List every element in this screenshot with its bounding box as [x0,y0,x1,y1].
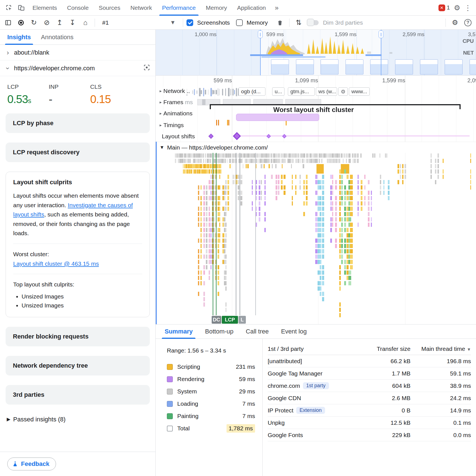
settings-gear-icon[interactable]: ⚙ [454,4,460,11]
kebab-menu-icon[interactable]: ⋮ [464,4,472,11]
tab-summary[interactable]: Summary [158,324,199,339]
track-timings[interactable]: ▸ Timings [157,122,186,129]
table-row[interactable]: [unattributed] 66.2 kB 196.8 ms [268,355,471,367]
toggle-sidebar-icon[interactable] [2,17,14,29]
track-network[interactable]: ▸ Network .. [157,87,192,95]
expander-icon[interactable]: ▸ [160,100,162,105]
dim-3rd-parties-toggle[interactable] [307,20,319,25]
tab-console[interactable]: Console [62,0,94,16]
metric-inp[interactable]: INP - [49,83,90,106]
inspect-icon[interactable] [3,2,15,14]
collapse-flame-icon[interactable]: ⇅ [293,17,305,29]
tab-event-log[interactable]: Event log [275,324,313,339]
insight-card-network-tree[interactable]: Network dependency tree [6,356,150,375]
screenshot-thumbnail[interactable] [420,59,438,74]
insight-card-layout-shift-culprits[interactable]: Layout shift culprits Layout shifts occu… [6,172,150,317]
minimap-right-handle[interactable]: ∥ [381,30,381,75]
metric-cls[interactable]: CLS 0.15 [90,83,132,106]
flask-icon [12,461,18,467]
worst-cluster-link[interactable]: Layout shift cluster @ 463.15 ms [13,260,99,267]
culprit-item: Unsized Images [22,301,142,310]
main-thread-header[interactable]: ▼ Main — https://developer.chrome.com/ [156,142,476,153]
passed-insights-expander[interactable]: ▶ Passed insights (8) [0,414,155,425]
load-profile-icon[interactable]: ↥ [54,17,66,29]
screenshot-thumbnail[interactable] [346,59,363,74]
lcp-marker[interactable]: LCP [222,316,238,324]
screenshot-thumbnail[interactable] [470,59,476,74]
navigation-item-blank[interactable]: › about://blank [0,45,155,60]
feedback-button[interactable]: Feedback [7,458,56,470]
col-main-thread-time[interactable]: Main thread time▼ [410,346,471,352]
col-party[interactable]: 1st / 3rd party [268,346,363,352]
network-request-chip[interactable]: gtm.js... [288,87,315,96]
insight-card-lcp-by-phase[interactable]: LCP by phase [6,113,150,133]
error-badge[interactable]: ✕ 1 [438,4,450,11]
tab-annotations[interactable]: Annotations [36,30,78,45]
clear-icon[interactable]: ⊘ [41,17,53,29]
table-row[interactable]: chrome.com1st party 604 kB 38.9 ms [268,380,471,392]
screenshot-thumbnail[interactable] [370,59,388,74]
tab-call-tree[interactable]: Call tree [240,324,275,339]
home-icon[interactable]: ⌂ [80,17,91,29]
triangle-down-icon[interactable]: ▼ [160,145,164,150]
col-transfer-size[interactable]: Transfer size [363,346,410,352]
reload-record-icon[interactable]: ↻ [28,17,40,29]
record-button[interactable] [15,17,27,29]
chevron-right-icon: › [5,49,11,57]
track-frames[interactable]: ▸ Frames ms [157,99,195,106]
screenshot-thumbnail[interactable] [271,59,289,74]
recording-select[interactable]: #1 ▼ [98,19,179,26]
screenshot-thumbnail[interactable] [445,59,463,74]
capture-settings-gear-icon[interactable]: ⚙ [449,17,461,29]
main-thread-label: Main — https://developer.chrome.com/ [167,144,268,151]
insight-card-lcp-request-discovery[interactable]: LCP request discovery [6,143,150,162]
more-tabs-icon[interactable]: » [271,4,282,12]
screenshots-checkbox[interactable] [186,19,193,26]
tab-insights[interactable]: Insights [2,30,36,45]
screenshot-thumbnail[interactable] [296,59,314,74]
insight-card-render-blocking[interactable]: Render blocking requests [6,327,150,346]
table-row[interactable]: Google Tag Manager 1.7 MB 59.1 ms [268,367,471,380]
load-marker[interactable]: L [239,316,246,324]
expander-icon[interactable]: ▸ [160,123,162,128]
navigation-item-site[interactable]: › https://developer.chrome.com [0,60,155,76]
recording-label: #1 [102,19,109,26]
timeline-minimap[interactable]: 1,000 ms 599 ms 1,599 ms 2,599 ms 3,5 CP… [156,30,476,76]
garbage-collect-icon[interactable] [274,17,286,29]
table-row[interactable]: IP ProtectExtension 0 B 14.9 ms [268,404,471,417]
expander-icon[interactable]: ▸ [160,111,162,116]
screenshot-thumbnail[interactable] [395,59,413,74]
minimap-left-handle[interactable]: ∥ [260,30,261,75]
expander-icon[interactable]: ▸ [160,88,162,94]
table-row[interactable]: Google CDN 2.6 MB 24.2 ms [268,392,471,404]
total-value: 1,782 ms [227,424,255,433]
insight-card-3rd-parties[interactable]: 3rd parties [6,385,150,405]
device-toolbar-icon[interactable] [15,2,27,14]
track-layout-shifts[interactable]: Layout shifts [160,133,197,140]
table-row[interactable]: Unpkg 12.5 kB 0.1 ms [268,417,471,429]
save-profile-icon[interactable]: ↧ [67,17,78,29]
network-request-chip[interactable]: www... [349,87,370,96]
gear-chip-icon[interactable]: ⚙ [338,87,348,96]
help-icon[interactable]: ? [462,17,474,29]
table-row[interactable]: Google Fonts 229 kB 0.0 ms [268,429,471,441]
network-request-chip[interactable]: u... [272,87,284,96]
network-request-chip[interactable]: ogb (d... [239,87,265,96]
tab-bottom-up[interactable]: Bottom-up [199,324,240,339]
tab-application[interactable]: Application [232,0,271,16]
screenshot-thumbnail[interactable] [321,59,339,74]
metric-lcp[interactable]: LCP 0.53s [7,83,49,106]
tab-elements[interactable]: Elements [27,0,62,16]
tab-sources[interactable]: Sources [94,0,125,16]
tab-performance[interactable]: Performance [157,0,201,16]
memory-checkbox[interactable] [236,19,243,26]
network-request-chip[interactable]: ws (w... [316,87,337,96]
flame-chart-canvas[interactable] [156,153,476,324]
track-animations[interactable]: ▸ Animations [157,110,195,117]
legend-row-total: Total 1,782 ms [167,422,255,435]
minimap-time-label: 1,599 ms [335,31,356,38]
dcl-marker[interactable]: DC [212,316,221,324]
tab-network[interactable]: Network [125,0,157,16]
field-focus-icon[interactable] [143,64,150,73]
tab-memory[interactable]: Memory [201,0,232,16]
